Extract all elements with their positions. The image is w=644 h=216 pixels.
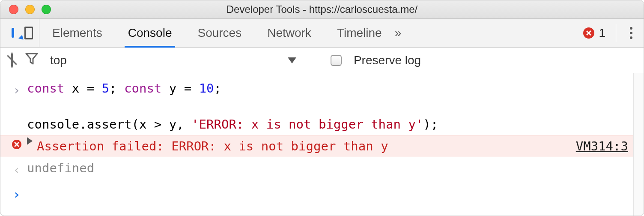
tab-timeline[interactable]: Timeline (324, 19, 395, 47)
window-controls (9, 5, 51, 14)
error-message: Assertion failed: ERROR: x is not bigger… (37, 137, 388, 155)
result-caret-icon (6, 159, 27, 179)
input-caret-icon (6, 79, 27, 99)
clear-console-icon[interactable] (11, 54, 13, 67)
console-prompt-row[interactable] (0, 181, 644, 206)
inspect-element-icon[interactable] (12, 29, 14, 37)
error-icon (583, 27, 594, 39)
separator (616, 24, 616, 42)
window-title: Developer Tools - https://carloscuesta.m… (0, 3, 644, 15)
console-error-row[interactable]: Assertion failed: ERROR: x is not bigger… (0, 135, 644, 157)
zoom-window-button[interactable] (42, 5, 51, 14)
error-count: 1 (599, 26, 605, 40)
console-result-row: undefined (0, 157, 644, 181)
tabs-overflow-button[interactable]: » (395, 26, 402, 40)
tab-network[interactable]: Network (254, 19, 324, 47)
scrollbar[interactable] (633, 73, 644, 216)
tab-console[interactable]: Console (115, 19, 185, 47)
toggle-device-icon[interactable] (27, 29, 30, 37)
error-source-link[interactable]: VM314:3 (567, 137, 628, 155)
prompt-caret-icon (6, 183, 27, 204)
result-text: undefined (27, 159, 628, 177)
toolbar-left-group (0, 19, 39, 47)
execution-context-selector[interactable]: top (50, 54, 67, 67)
more-menu-button[interactable] (626, 25, 636, 41)
minimize-window-button[interactable] (25, 5, 35, 14)
preserve-log-checkbox[interactable] (331, 55, 342, 66)
console-settings-bar: top Preserve log (0, 48, 644, 73)
console-body: const x = 5; const y = 10; console.asser… (0, 73, 644, 216)
devtools-window: Developer Tools - https://carloscuesta.m… (0, 0, 644, 216)
tab-sources[interactable]: Sources (185, 19, 254, 47)
preserve-log-label: Preserve log (354, 54, 421, 67)
devtools-toolbar: Elements Console Sources Network Timelin… (0, 19, 644, 48)
close-window-button[interactable] (9, 5, 18, 14)
context-dropdown-icon[interactable] (288, 57, 296, 63)
error-count-badge[interactable]: 1 (583, 26, 605, 40)
error-row-icon (12, 140, 21, 149)
toolbar-right-group: 1 (583, 19, 644, 47)
console-input-text[interactable]: const x = 5; const y = 10; console.asser… (27, 79, 628, 133)
error-disclosure-icon[interactable] (27, 137, 33, 145)
titlebar: Developer Tools - https://carloscuesta.m… (0, 0, 644, 19)
tab-elements[interactable]: Elements (39, 19, 115, 47)
context-label: top (50, 54, 67, 67)
panel-tabs: Elements Console Sources Network Timelin… (39, 19, 401, 47)
filter-icon[interactable] (25, 53, 38, 68)
console-input-row: const x = 5; const y = 10; console.asser… (0, 73, 644, 135)
